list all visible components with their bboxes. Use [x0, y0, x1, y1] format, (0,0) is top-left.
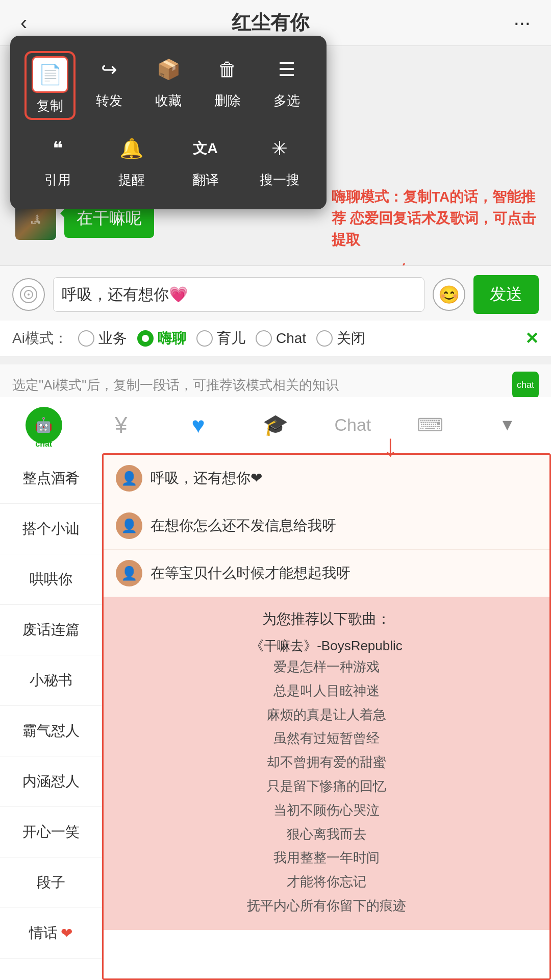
- context-menu-forward[interactable]: ↪ 转发: [84, 51, 135, 120]
- panel-arrow: ↓: [383, 428, 398, 463]
- delete-label: 删除: [214, 92, 241, 110]
- sidebar-item-duanzi[interactable]: 段子: [0, 857, 102, 908]
- toolbar-keyboard[interactable]: ⌨: [391, 397, 468, 453]
- suggestion-row-3[interactable]: 👤 在等宝贝什么时候才能想起我呀: [104, 550, 549, 597]
- copy-label: 复制: [37, 97, 63, 115]
- remind-label: 提醒: [118, 171, 145, 189]
- avatar-icon-1: 👤: [121, 471, 137, 486]
- mode-parenting-label: 育儿: [217, 329, 245, 348]
- radio-chat: [256, 330, 272, 347]
- copy-icon: 📄: [32, 56, 68, 93]
- context-menu-multiselect[interactable]: ☰ 多选: [261, 51, 312, 120]
- context-menu: 📄 复制 ↪ 转发 📦 收藏 🗑 删除 ☰ 多选 ❝ 引用 🔔 提醒 文: [10, 36, 327, 209]
- suggestion-text-2: 在想你怎么还不发信息给我呀: [151, 516, 336, 535]
- mode-parenting[interactable]: 育儿: [196, 329, 245, 348]
- sidebar-item-feihua[interactable]: 废话连篇: [0, 605, 102, 655]
- annotation-content: 嗨聊模式：复制TA的话，智能推荐 恋爱回复话术及歌词，可点击提取: [332, 189, 536, 248]
- mode-haichat-label: 嗨聊: [158, 329, 186, 348]
- more-button[interactable]: ···: [514, 11, 531, 34]
- mode-haichat[interactable]: 嗨聊: [137, 329, 186, 348]
- toolbar-graduation[interactable]: 🎓: [237, 397, 314, 453]
- chat-icon-label: chat: [517, 380, 534, 390]
- sidebar-item-houhou[interactable]: 哄哄你: [0, 554, 102, 605]
- message-input[interactable]: [53, 277, 424, 312]
- sidebar-duanzi-label: 段子: [37, 873, 65, 892]
- mode-chat[interactable]: Chat: [256, 330, 306, 347]
- sidebar-dadao-label: 搭个小讪: [22, 519, 80, 538]
- lyric-line: 总是叫人目眩神迷: [116, 679, 537, 703]
- main-content: 整点酒肴 搭个小讪 哄哄你 废话连篇 小秘书 霸气怼人 内涵怼人 开心一笑 段子…: [0, 453, 551, 980]
- multiselect-label: 多选: [273, 92, 300, 110]
- multiselect-icon: ☰: [268, 51, 305, 88]
- ai-mode-label: Ai模式：: [12, 329, 68, 348]
- context-menu-translate[interactable]: 文A 翻译: [180, 130, 231, 189]
- graduation-icon: 🎓: [263, 413, 288, 437]
- send-button[interactable]: 发送: [473, 275, 539, 314]
- lyric-line: 爱是怎样一种游戏: [116, 655, 537, 679]
- keyboard-icon: ⌨: [417, 414, 443, 436]
- suggestion-row-2[interactable]: 👤 在想你怎么还不发信息给我呀: [104, 502, 549, 550]
- page-title: 红尘有你: [232, 10, 309, 36]
- song-recommendations: 为您推荐以下歌曲： 《干嘛去》-BoysRepublic 爱是怎样一种游戏总是叫…: [104, 597, 549, 930]
- sidebar-item-zhengdian[interactable]: 整点酒肴: [0, 453, 102, 504]
- mode-business[interactable]: 业务: [78, 329, 127, 348]
- suggestion-row-1[interactable]: 👤 呼吸，还有想你❤: [104, 455, 549, 502]
- arrow-down-icon: ▼: [499, 415, 515, 434]
- toolbar-chat[interactable]: Chat: [314, 397, 391, 453]
- context-menu-search[interactable]: ✳ 搜一搜: [254, 130, 305, 189]
- toolbar-heart[interactable]: ♥: [160, 397, 237, 453]
- lyric-line: 麻烦的真是让人着急: [116, 703, 537, 727]
- context-menu-delete[interactable]: 🗑 删除: [202, 51, 253, 120]
- quote-label: 引用: [44, 171, 71, 189]
- sidebar-neihanrennei-label: 内涵怼人: [22, 772, 80, 791]
- sidebar-item-qinghua[interactable]: 情话 ❤: [0, 908, 102, 959]
- lyric-line: 虽然有过短暂曾经: [116, 726, 537, 750]
- chat-icon[interactable]: chat: [512, 372, 539, 398]
- suggestion-text-1: 呼吸，还有想你❤: [151, 469, 262, 488]
- voice-icon: [19, 285, 38, 304]
- translate-icon: 文A: [187, 130, 224, 167]
- close-button[interactable]: ✕: [525, 329, 539, 348]
- avatar-icon-2: 👤: [121, 518, 137, 534]
- toolbar-robot[interactable]: 🤖 chat: [5, 397, 82, 453]
- sidebar-item-baqiren[interactable]: 霸气怼人: [0, 706, 102, 756]
- toolbar: 🤖 chat ¥ ♥ 🎓 Chat ⌨ ▼: [0, 397, 551, 453]
- toolbar-money[interactable]: ¥: [82, 397, 159, 453]
- translate-label: 翻译: [192, 171, 219, 189]
- remind-icon: 🔔: [113, 130, 150, 167]
- mode-off[interactable]: 关闭: [316, 329, 365, 348]
- emoji-button[interactable]: 😊: [433, 278, 465, 311]
- voice-button[interactable]: [12, 278, 45, 311]
- left-sidebar: 整点酒肴 搭个小讪 哄哄你 废话连篇 小秘书 霸气怼人 内涵怼人 开心一笑 段子…: [0, 453, 102, 980]
- lyric-line: 却不曾拥有爱的甜蜜: [116, 750, 537, 774]
- sidebar-kaixin-label: 开心一笑: [22, 822, 80, 842]
- suggestion-avatar-2: 👤: [116, 512, 142, 539]
- bubble-text: 在干嘛呢: [77, 209, 142, 227]
- robot-icon: 🤖: [26, 407, 62, 444]
- context-menu-collect[interactable]: 📦 收藏: [143, 51, 194, 120]
- suggestion-text-3: 在等宝贝什么时候才能想起我呀: [151, 564, 350, 583]
- sidebar-item-neihanrennei[interactable]: 内涵怼人: [0, 756, 102, 807]
- sidebar-baqiren-label: 霸气怼人: [22, 721, 80, 741]
- context-menu-remind[interactable]: 🔔 提醒: [106, 130, 157, 189]
- mode-off-label: 关闭: [337, 329, 365, 348]
- sidebar-mishu-label: 小秘书: [30, 671, 72, 690]
- song-name: 《干嘛去》-BoysRepublic: [116, 637, 537, 655]
- right-panel: ↓ 👤 呼吸，还有想你❤ 👤 在想你怎么还不发信息给我呀 👤 在等宝贝什么时候才…: [102, 453, 551, 980]
- radio-parenting: [196, 330, 213, 347]
- lyric-line: 我用整整一年时间: [116, 846, 537, 870]
- collect-icon: 📦: [150, 51, 187, 88]
- forward-icon: ↪: [91, 51, 128, 88]
- context-menu-copy[interactable]: 📄 复制: [24, 51, 76, 120]
- sidebar-item-kaixin[interactable]: 开心一笑: [0, 807, 102, 857]
- context-menu-quote[interactable]: ❝ 引用: [32, 130, 83, 189]
- ai-mode-bar: Ai模式： 业务 嗨聊 育儿 Chat 关闭 ✕: [0, 321, 551, 357]
- bubble-arrow: [56, 209, 64, 217]
- quote-icon: ❝: [39, 130, 76, 167]
- sidebar-item-mishu[interactable]: 小秘书: [0, 655, 102, 706]
- sidebar-item-dadao[interactable]: 搭个小讪: [0, 504, 102, 554]
- avatar-icon-3: 👤: [121, 566, 137, 581]
- back-button[interactable]: ‹: [20, 11, 27, 34]
- robot-badge: chat: [35, 439, 52, 449]
- toolbar-arrow-down[interactable]: ▼: [469, 397, 546, 453]
